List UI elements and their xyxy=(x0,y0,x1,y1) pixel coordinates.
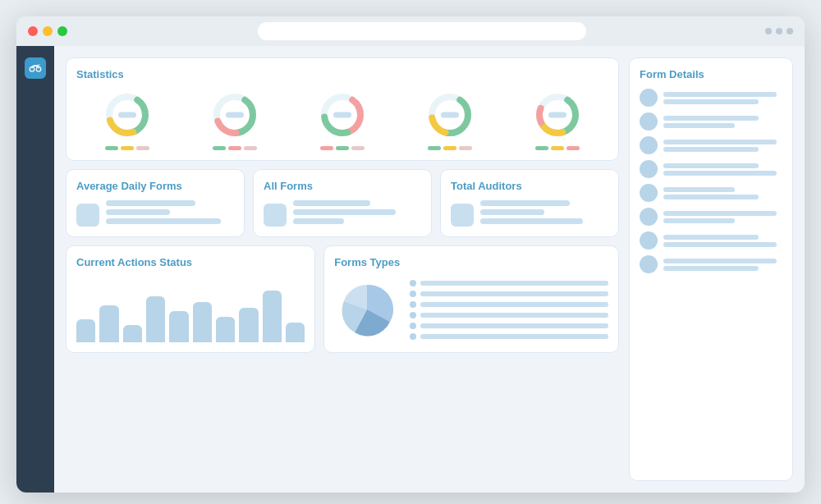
all-forms-lines xyxy=(293,200,421,224)
fd-line-5b xyxy=(663,195,759,199)
average-daily-forms-content xyxy=(76,200,234,227)
fd-lines-5 xyxy=(663,187,782,199)
fd-line-7b xyxy=(663,242,777,247)
fd-line-2a xyxy=(663,116,759,121)
win-dot-2 xyxy=(776,28,782,34)
close-button[interactable] xyxy=(28,26,38,36)
fd-avatar-3 xyxy=(640,136,658,154)
total-auditors-card: Total Auditors xyxy=(440,169,619,237)
fd-lines-8 xyxy=(663,259,782,271)
fd-line-2b xyxy=(663,123,735,128)
window-controls xyxy=(765,28,793,34)
donut-center-bar-4 xyxy=(441,112,459,118)
average-daily-lines xyxy=(106,200,234,224)
legend-dot-1 xyxy=(410,280,416,286)
legend-line-6 xyxy=(420,334,608,339)
browser-body: Statistics xyxy=(16,46,805,493)
fd-line-3b xyxy=(663,147,759,152)
all-forms-icon xyxy=(264,204,287,227)
bar-5 xyxy=(169,311,188,343)
donut-center-bar-3 xyxy=(333,112,351,118)
donut-3 xyxy=(316,89,369,141)
bar-3 xyxy=(123,325,142,342)
total-auditors-title: Total Auditors xyxy=(451,180,608,192)
fd-line-1a xyxy=(663,92,777,97)
fd-lines-2 xyxy=(663,116,782,128)
pie-chart xyxy=(334,277,400,342)
average-daily-forms-card: Average Daily Forms xyxy=(66,169,245,237)
fd-line-4b xyxy=(663,171,777,176)
fd-lines-7 xyxy=(663,235,782,247)
fd-avatar-2 xyxy=(640,112,658,131)
fd-avatar-6 xyxy=(640,208,658,226)
form-detail-item-7 xyxy=(640,231,782,250)
forms-types-title: Forms Types xyxy=(334,256,608,268)
current-actions-card: Current Actions Status xyxy=(66,245,315,353)
legend-dot-5 xyxy=(410,323,416,329)
main-content: Statistics xyxy=(54,46,805,493)
fd-avatar-8 xyxy=(640,255,658,273)
donut-5 xyxy=(531,89,584,141)
form-detail-item-1 xyxy=(640,89,782,107)
sidebar-logo[interactable] xyxy=(25,57,46,79)
stat-charts-row xyxy=(76,89,608,150)
forms-types-content xyxy=(334,277,608,342)
fd-line-6a xyxy=(663,211,777,216)
address-bar[interactable] xyxy=(258,22,586,40)
average-daily-icon xyxy=(76,204,99,227)
form-details-list xyxy=(640,89,782,273)
left-panel: Statistics xyxy=(66,57,619,481)
form-detail-item-4 xyxy=(640,160,782,178)
traffic-lights xyxy=(28,26,67,36)
legend-dot-6 xyxy=(410,333,416,340)
legend-dot-2 xyxy=(410,291,416,297)
bar-1 xyxy=(76,319,95,342)
bar-8 xyxy=(239,308,258,342)
fd-avatar-4 xyxy=(640,160,658,178)
sidebar xyxy=(16,46,54,493)
fd-line-1b xyxy=(663,99,759,104)
form-detail-item-5 xyxy=(640,184,782,202)
fd-line-3a xyxy=(663,140,777,144)
statistics-title: Statistics xyxy=(76,68,608,80)
fd-lines-3 xyxy=(663,140,782,152)
bar-7 xyxy=(216,317,235,343)
legend-item-2 xyxy=(410,291,608,297)
stat-chart-5 xyxy=(531,89,584,150)
all-forms-title: All Forms xyxy=(264,180,421,192)
form-detail-item-2 xyxy=(640,112,782,131)
minimize-button[interactable] xyxy=(43,26,53,36)
legend-line-3 xyxy=(420,302,608,307)
fd-line-7a xyxy=(663,235,759,240)
bar-10 xyxy=(286,323,305,343)
stat-chart-1 xyxy=(101,89,154,150)
form-details-card: Form Details xyxy=(629,57,793,481)
legend-line-2 xyxy=(420,291,608,296)
stat-chart-4 xyxy=(424,89,476,150)
bar-2 xyxy=(99,305,118,343)
donut-center-bar-1 xyxy=(118,112,136,118)
donut-center-bar-2 xyxy=(226,112,244,118)
donut-4 xyxy=(424,89,476,141)
legend-item-3 xyxy=(410,301,608,308)
stat-legend-1 xyxy=(105,146,149,150)
stat-chart-3 xyxy=(316,89,369,150)
pie-legend xyxy=(410,280,608,340)
metrics-row: Average Daily Forms All Forms xyxy=(66,169,619,237)
win-dot-1 xyxy=(765,28,772,34)
stat-chart-2 xyxy=(209,89,261,150)
legend-item-5 xyxy=(410,323,608,329)
average-daily-forms-title: Average Daily Forms xyxy=(76,180,234,192)
fd-line-8b xyxy=(663,266,759,271)
fd-lines-4 xyxy=(663,163,782,176)
stat-legend-4 xyxy=(428,146,472,150)
maximize-button[interactable] xyxy=(57,26,67,36)
all-forms-card: All Forms xyxy=(253,169,432,237)
stat-legend-2 xyxy=(213,146,257,150)
bar-4 xyxy=(146,296,165,342)
forms-types-card: Forms Types xyxy=(323,245,619,353)
total-auditors-content xyxy=(451,200,608,227)
stat-legend-3 xyxy=(320,146,365,150)
current-actions-title: Current Actions Status xyxy=(76,256,305,268)
bottom-row: Current Actions Status xyxy=(66,245,619,353)
